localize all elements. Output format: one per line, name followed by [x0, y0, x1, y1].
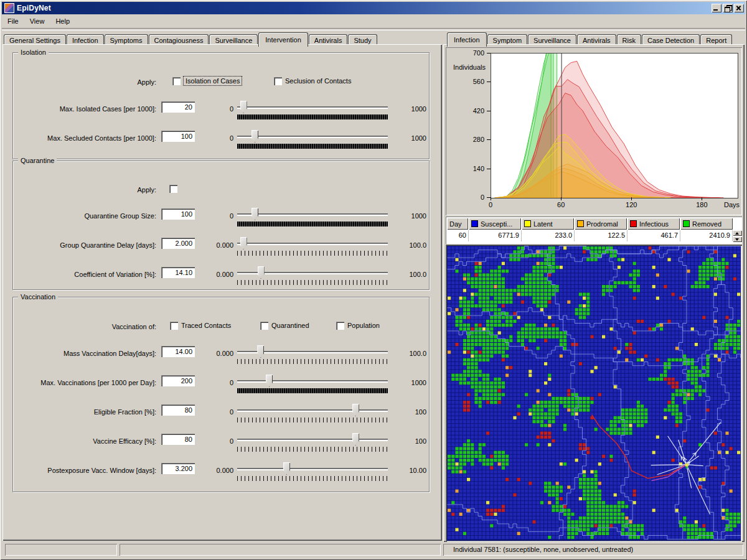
day-spinner: [733, 230, 742, 242]
quarantine-group-size-input[interactable]: 100: [161, 208, 195, 220]
population-map[interactable]: [447, 246, 741, 541]
group-quarantine-delay-input[interactable]: 2.000: [161, 238, 195, 249]
slider-min-label: 0.000: [200, 271, 233, 278]
slider-track[interactable]: [237, 380, 388, 383]
vaccine-efficacy-slider[interactable]: [237, 433, 388, 450]
quarantine-apply-checkbox[interactable]: [169, 185, 177, 193]
slider-track[interactable]: [237, 409, 388, 412]
group-quarantine-delay-row: Group Quarantine Delay [days]: 2.000 0.0…: [18, 236, 424, 255]
slider-thumb[interactable]: [240, 101, 247, 113]
max-vaccinations-row: Max. Vaccinations [per 1000 per Day]: 20…: [18, 374, 424, 393]
column-header-removed[interactable]: Removed: [680, 218, 733, 230]
app-window: EpiDyNet File View Help General Settings…: [0, 0, 747, 560]
slider-ticks: [237, 114, 388, 119]
slider-max-label: 10.00: [393, 467, 426, 474]
menu-view[interactable]: View: [24, 16, 50, 26]
isolation-of-cases-checkbox[interactable]: [172, 77, 181, 85]
chart-plot-area[interactable]: [491, 53, 738, 198]
prodromal-swatch: [577, 220, 584, 227]
isolation-group: Isolation Apply: Isolation of Cases Secl…: [12, 52, 430, 159]
slider-thumb[interactable]: [352, 433, 359, 446]
tab-intervention[interactable]: Intervention: [258, 32, 308, 47]
max-vaccinations-slider[interactable]: [237, 375, 388, 392]
y-tick-label: 280: [447, 136, 484, 143]
vaccine-efficacy-input[interactable]: 80: [161, 434, 195, 445]
apply-label: Apply:: [18, 78, 156, 86]
slider-min-label: 0.000: [200, 350, 233, 357]
title-bar[interactable]: EpiDyNet: [2, 2, 745, 14]
population-checkbox[interactable]: [336, 322, 344, 330]
slider-thumb[interactable]: [251, 208, 258, 220]
slider-thumb[interactable]: [266, 375, 273, 387]
seclusion-of-contacts-checkbox[interactable]: [274, 77, 282, 85]
column-header-prodromal[interactable]: Prodromal: [575, 218, 627, 230]
mass-vaccination-delay-slider[interactable]: [237, 345, 388, 363]
slider-thumb[interactable]: [251, 130, 258, 142]
quarantine-group-size-slider[interactable]: [237, 208, 388, 225]
column-header-susceptible[interactable]: Suscepti...: [469, 218, 521, 230]
slider-min-label: 0: [200, 105, 233, 113]
vaccination-of-row: Vaccination of: Traced Contacts Quaranti…: [18, 318, 424, 337]
x-tick-label: 120: [619, 201, 644, 208]
y-tick-mark: [487, 111, 491, 111]
postexposure-window-input[interactable]: 3.200: [161, 463, 195, 474]
slider-max-label: 1000: [393, 212, 426, 220]
slider-thumb[interactable]: [283, 462, 290, 475]
apply-label: Apply:: [18, 186, 156, 194]
slider-ticks: [237, 144, 388, 149]
slider-track[interactable]: [237, 439, 388, 441]
day-spin-down-button[interactable]: [733, 236, 742, 242]
x-tick-mark: [561, 197, 561, 200]
slider-track[interactable]: [237, 243, 388, 245]
slider-ticks: [237, 476, 388, 481]
max-secluded-contacts-slider[interactable]: [237, 130, 388, 147]
menu-help[interactable]: Help: [50, 16, 75, 26]
coefficient-of-variation-input[interactable]: 14.10: [161, 267, 195, 278]
slider-thumb[interactable]: [240, 237, 247, 250]
coefficient-of-variation-slider[interactable]: [237, 266, 388, 284]
slider-min-label: 0: [200, 408, 233, 416]
group-quarantine-delay-slider[interactable]: [237, 237, 388, 254]
column-header-latent[interactable]: Latent: [522, 218, 574, 230]
slider-max-label: 100: [393, 437, 426, 445]
postexposure-window-row: Postexposure Vacc. Window [days]: 3.200 …: [18, 462, 424, 480]
max-isolated-cases-slider[interactable]: [237, 101, 388, 118]
column-header-infectious[interactable]: Infectious: [627, 218, 680, 230]
traced-contacts-checkbox[interactable]: [170, 322, 178, 330]
quarantine-apply-row: Apply:: [18, 181, 424, 200]
menu-file[interactable]: File: [2, 16, 24, 26]
slider-max-label: 1000: [393, 379, 426, 386]
slider-track[interactable]: [237, 136, 388, 138]
restore-button[interactable]: [723, 4, 733, 12]
column-header-day[interactable]: Day: [447, 218, 468, 230]
slider-thumb[interactable]: [257, 345, 264, 358]
slider-thumb[interactable]: [258, 266, 265, 279]
chart-series-svg: [491, 54, 738, 198]
quarantined-checkbox[interactable]: [260, 322, 268, 330]
slider-thumb[interactable]: [352, 404, 359, 416]
max-vaccinations-input[interactable]: 200: [161, 375, 195, 386]
slider-min-label: 0.000: [200, 467, 233, 474]
y-tick-label: 700: [447, 49, 484, 57]
cell-susceptible: 6771.9: [469, 230, 522, 241]
vaccine-efficacy-row: Vaccine Efficacy [%]: 80 0 100: [18, 432, 424, 451]
day-spin-up-button[interactable]: [733, 230, 742, 236]
max-secluded-contacts-input[interactable]: 100: [161, 131, 195, 142]
slider-min-label: 0.000: [200, 241, 233, 249]
eligible-fraction-input[interactable]: 80: [161, 404, 195, 416]
eligible-fraction-slider[interactable]: [237, 404, 388, 421]
checkbox-label: Quarantined: [271, 322, 309, 329]
infection-output-page: 0140280420560700Individuals060120180Days…: [443, 44, 745, 542]
y-tick-label: 560: [447, 78, 484, 85]
param-label: Eligible Fraction [%]:: [18, 408, 156, 416]
minimize-button[interactable]: [712, 4, 721, 12]
slider-track[interactable]: [237, 468, 388, 470]
slider-track[interactable]: [237, 106, 388, 109]
tab-infection-output[interactable]: Infection: [447, 32, 487, 47]
max-isolated-cases-input[interactable]: 20: [161, 101, 195, 113]
menu-separator: [2, 28, 745, 30]
close-button[interactable]: [734, 4, 744, 12]
mass-vaccination-delay-input[interactable]: 14.00: [161, 346, 195, 357]
postexposure-window-slider[interactable]: [237, 462, 388, 480]
slider-track[interactable]: [237, 213, 388, 216]
